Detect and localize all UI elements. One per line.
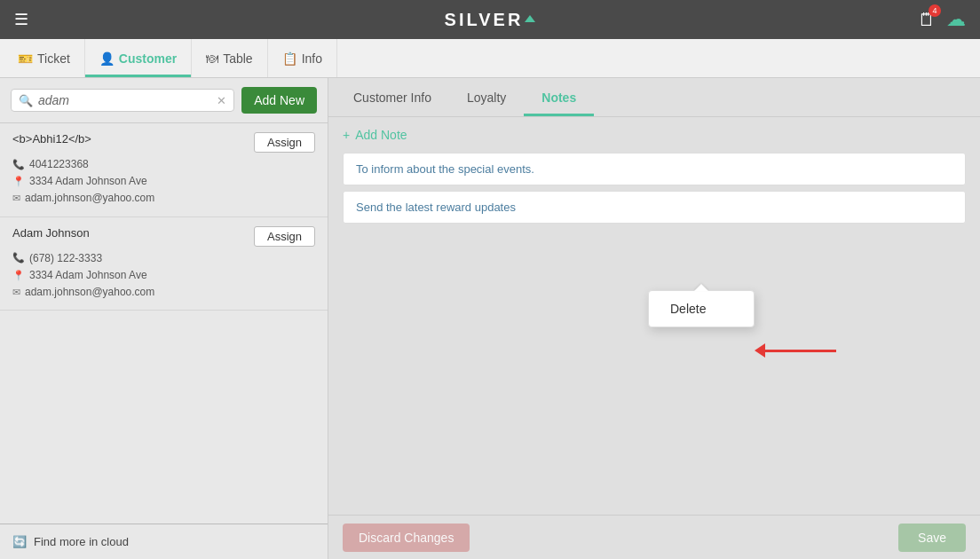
right-content: + Add Note To inform about the special e… [328,117,980,515]
address-row-2: 📍 3334 Adam Johnson Ave [12,267,315,284]
email-row-2: ✉ adam.johnson@yahoo.com [12,284,315,301]
customer-details-1: 📞 4041223368 📍 3334 Adam Johnson Ave ✉ a… [12,156,315,208]
customer-item-header-2: Adam Johnson Assign [12,226,315,247]
add-note-button[interactable]: + Add Note [343,128,966,142]
left-panel: 🔍 ✕ Add New <b>Abhi12</b> Assign 📞 40412… [0,78,328,559]
assign-button-1[interactable]: Assign [254,132,315,153]
customer-email-2: adam.johnson@yahoo.com [25,284,154,301]
bottom-bar: Discard Changes Save [328,515,980,559]
assign-button-2[interactable]: Assign [254,226,315,247]
delete-menu-item[interactable]: Delete [649,291,754,327]
tab-notes[interactable]: Notes [524,78,594,116]
customer-email-1: adam.johnson@yahoo.com [25,190,154,207]
arrow-line [765,350,836,352]
notifications-icon[interactable]: 🗒 4 [918,10,936,30]
tab-customer[interactable]: 👤 Customer [85,39,192,77]
tab-table-label: Table [223,51,252,66]
add-new-button[interactable]: Add New [241,87,317,114]
note-item-2[interactable]: Send the latest reward updates [343,191,966,224]
search-icon: 🔍 [19,94,33,107]
address-row: 📍 3334 Adam Johnson Ave [12,173,315,190]
note-text-1: To inform about the special events. [356,162,534,176]
discard-button[interactable]: Discard Changes [343,524,470,552]
find-more-label: Find more in cloud [34,535,129,548]
tab-info-label: Info [302,51,322,66]
tab-loyalty-label: Loyalty [467,91,506,105]
tab-ticket[interactable]: 🎫 Ticket [4,39,85,77]
email-icon-2: ✉ [12,285,20,301]
phone-row: 📞 4041223368 [12,156,315,173]
clear-search-icon[interactable]: ✕ [217,94,226,107]
customer-details-2: 📞 (678) 122-3333 📍 3334 Adam Johnson Ave… [12,250,315,302]
customer-item-2: Adam Johnson Assign 📞 (678) 122-3333 📍 3… [0,217,328,311]
phone-row-2: 📞 (678) 122-3333 [12,250,315,267]
customer-address-2: 3334 Adam Johnson Ave [29,267,147,284]
find-more-button[interactable]: 🔄 Find more in cloud [0,524,328,559]
tab-notes-label: Notes [541,91,576,105]
email-row: ✉ adam.johnson@yahoo.com [12,190,315,207]
plus-icon: + [343,128,350,142]
customer-item: <b>Abhi12</b> Assign 📞 4041223368 📍 3334… [0,123,328,217]
phone-icon: 📞 [12,157,25,173]
right-tabs: Customer Info Loyalty Notes [328,78,980,117]
search-input-wrap: 🔍 ✕ [11,89,234,112]
notification-badge: 4 [929,4,941,17]
customer-item-header: <b>Abhi12</b> Assign [12,132,315,153]
hamburger-menu-icon[interactable]: ☰ [14,10,28,29]
email-icon: ✉ [12,191,20,207]
location-icon: 📍 [12,174,25,190]
customer-name-2: Adam Johnson [12,226,90,240]
nav-tabs: 🎫 Ticket 👤 Customer 🍽 Table 📋 Info [0,39,980,78]
tab-ticket-label: Ticket [37,51,70,66]
customer-icon: 👤 [99,51,115,66]
top-bar-icons: 🗒 4 ☁ [918,8,966,31]
location-icon-2: 📍 [12,268,25,284]
note-item-1[interactable]: To inform about the special events. [343,153,966,185]
tab-loyalty[interactable]: Loyalty [449,78,524,116]
save-button[interactable]: Save [898,524,966,552]
customer-name: <b>Abhi12</b> [12,132,91,146]
customer-phone-1: 4041223368 [29,156,89,173]
note-text-2: Send the latest reward updates [356,201,516,214]
red-arrow-indicator [755,343,836,358]
arrow-head [755,343,765,358]
add-note-label: Add Note [355,128,407,142]
search-input[interactable] [38,93,211,107]
main-layout: 🔍 ✕ Add New <b>Abhi12</b> Assign 📞 40412… [0,78,980,559]
customer-list: <b>Abhi12</b> Assign 📞 4041223368 📍 3334… [0,123,328,524]
tab-customer-label: Customer [119,51,177,66]
table-icon: 🍽 [206,51,218,66]
info-icon: 📋 [282,51,297,66]
tab-info[interactable]: 📋 Info [268,39,337,77]
top-bar: ☰ SILVER 🗒 4 ☁ [0,0,980,39]
right-panel: Customer Info Loyalty Notes + Add Note T… [328,78,980,559]
search-bar: 🔍 ✕ Add New [0,78,328,123]
tab-customer-info[interactable]: Customer Info [336,78,449,116]
app-title: SILVER [445,10,536,30]
customer-address-1: 3334 Adam Johnson Ave [29,173,147,190]
ticket-icon: 🎫 [18,51,33,66]
cloud-sync-icon: 🔄 [12,535,27,548]
cloud-icon[interactable]: ☁ [946,8,966,31]
phone-icon-2: 📞 [12,250,25,266]
context-menu: Delete [648,290,755,327]
tab-customer-info-label: Customer Info [353,91,431,105]
tab-table[interactable]: 🍽 Table [192,39,267,77]
customer-phone-2: (678) 122-3333 [29,250,102,267]
